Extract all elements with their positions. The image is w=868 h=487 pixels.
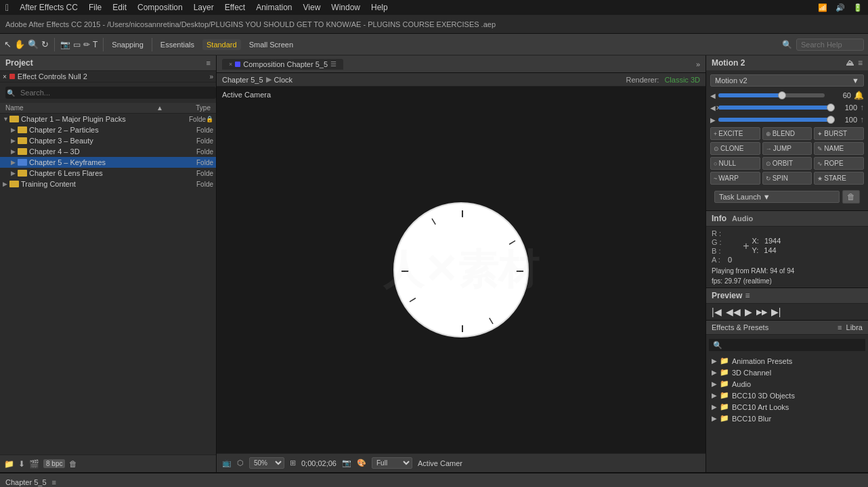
motion-slider-3[interactable]	[718, 118, 831, 122]
preview-play-stop[interactable]: ▶	[745, 306, 752, 317]
motion-slider-2[interactable]	[718, 106, 831, 110]
list-item[interactable]: ▶ Chapter 5 – Keyframes Folde	[0, 157, 216, 168]
alpha-icon[interactable]: ⬡	[237, 459, 244, 467]
menu-window[interactable]: Window	[331, 3, 360, 12]
slider1-thumb[interactable]	[778, 91, 786, 99]
list-item[interactable]: ▶ Chapter 3 – Beauty Folde	[0, 135, 216, 146]
clone-button[interactable]: ⊙CLONE	[710, 142, 760, 155]
effects-3d-channel[interactable]: ▶ 📁 3D Channel	[706, 367, 868, 378]
task-launch-dropdown[interactable]: Task Launch ▼	[714, 191, 840, 203]
list-item[interactable]: ▶ Chapter 4 – 3D Folde	[0, 146, 216, 157]
list-item[interactable]: ▼ Chapter 1 – Major Plugin Packs Folde 🔒	[0, 114, 216, 124]
effect-tab-expand[interactable]: »	[209, 73, 213, 80]
menu-view[interactable]: View	[303, 3, 321, 12]
toolbar: ↖ ✋ 🔍 ↻ 📷 ▭ ✏ T Snapping Essentials Stan…	[0, 34, 868, 55]
slider3-thumb[interactable]	[827, 116, 835, 124]
motion-version-dropdown[interactable]: Motion v2 ▼	[710, 74, 864, 87]
small-screen-btn[interactable]: Small Screen	[249, 41, 293, 49]
video-icon[interactable]: 📺	[222, 459, 232, 467]
motion-slider-1[interactable]	[718, 93, 825, 97]
selection-tool[interactable]: ↖	[4, 39, 12, 49]
stare-button[interactable]: ★STARE	[814, 172, 864, 185]
slider2-left-arrow[interactable]: ◀✕	[710, 104, 716, 112]
menu-edit[interactable]: Edit	[112, 3, 127, 12]
warp-button[interactable]: ~WARP	[710, 172, 760, 185]
burst-button[interactable]: ✦BURST	[814, 127, 864, 140]
menu-help[interactable]: Help	[371, 3, 388, 12]
hand-tool[interactable]: ✋	[14, 39, 25, 49]
preview-first-frame[interactable]: |◀	[712, 306, 722, 317]
menu-effect[interactable]: Effect	[225, 3, 245, 12]
new-folder-icon[interactable]: 📁	[4, 459, 14, 469]
panel-expand[interactable]: »	[696, 60, 700, 68]
null-button[interactable]: ○NULL	[710, 157, 760, 170]
excite-button[interactable]: +EXCITE	[710, 127, 760, 140]
comp-tab-close[interactable]: ×	[229, 61, 232, 68]
orbit-button[interactable]: ⊙ORBIT	[762, 157, 812, 170]
quality-select[interactable]: FullHalfQuarter	[372, 457, 412, 469]
list-item[interactable]: ▶ Chapter 6 Lens Flares Folde	[0, 168, 216, 179]
standard-btn[interactable]: Standard	[202, 39, 241, 50]
slider3-lock[interactable]: ↑	[860, 115, 864, 124]
menu-layer[interactable]: Layer	[194, 3, 214, 12]
sort-icon[interactable]: ▲	[156, 104, 163, 112]
timeline-menu-icon[interactable]: ≡	[52, 478, 56, 486]
project-search-input[interactable]	[5, 87, 216, 99]
slider2-thumb[interactable]	[827, 103, 835, 112]
list-item[interactable]: ▶ Training Content Folde	[0, 179, 216, 189]
menu-composition[interactable]: Composition	[137, 3, 183, 12]
slider1-left-arrow[interactable]: ◀	[710, 92, 716, 99]
rope-button[interactable]: ∿ROPE	[814, 157, 864, 170]
breadcrumb-chapter[interactable]: Chapter 5_5	[222, 76, 263, 84]
effects-library-label[interactable]: Libra	[846, 323, 863, 331]
search-help-input[interactable]	[796, 39, 864, 51]
new-comp-icon[interactable]: 🎬	[29, 459, 39, 469]
effects-animation-presets[interactable]: ▶ 📁 Animation Presets	[706, 355, 868, 367]
renderer-type[interactable]: Classic 3D	[664, 76, 700, 84]
project-menu-icon[interactable]: ≡	[207, 59, 211, 67]
pen-tool[interactable]: ✏	[83, 40, 90, 49]
list-item[interactable]: ▶ Chapter 2 – Particles Folde	[0, 124, 216, 135]
effects-search-input[interactable]	[709, 339, 865, 351]
menu-animation[interactable]: Animation	[256, 3, 292, 12]
effects-bcc10-blur[interactable]: ▶ 📁 BCC10 Blur	[706, 413, 868, 424]
jump-button[interactable]: →JUMP	[762, 142, 812, 155]
spin-button[interactable]: ↻SPIN	[762, 172, 812, 185]
task-launch-trash-button[interactable]: 🗑	[842, 190, 860, 204]
trash-icon[interactable]: 🗑	[69, 459, 77, 469]
blend-button[interactable]: ⊕BLEND	[762, 127, 812, 140]
motion-menu-icon[interactable]: ≡	[858, 58, 863, 68]
effect-controls-tab[interactable]: × Effect Controls Null 2 »	[0, 71, 216, 83]
effect-tab-close[interactable]: ×	[3, 73, 7, 80]
comp-tab-menu[interactable]: ☰	[330, 60, 337, 68]
info-a-label: A :	[712, 256, 722, 264]
color-picker-icon[interactable]: 🎨	[357, 459, 366, 467]
breadcrumb-comp[interactable]: Clock	[274, 76, 293, 84]
rotate-tool[interactable]: ↻	[41, 39, 49, 49]
name-button[interactable]: ✎NAME	[814, 142, 864, 155]
effects-menu-icon[interactable]: ≡	[838, 323, 842, 331]
menu-file[interactable]: File	[89, 3, 102, 12]
camera-tool[interactable]: 📷	[60, 40, 70, 49]
effects-bcc10-art[interactable]: ▶ 📁 BCC10 Art Looks	[706, 401, 868, 413]
text-tool[interactable]: T	[93, 40, 97, 49]
preview-last-frame[interactable]: ▶|	[771, 306, 781, 317]
preview-ram-preview[interactable]: ▶▶	[756, 308, 767, 317]
shape-tool[interactable]: ▭	[73, 40, 81, 49]
zoom-tool[interactable]: 🔍	[28, 39, 39, 49]
slider2-lock[interactable]: ↑	[860, 103, 864, 112]
effects-audio[interactable]: ▶ 📁 Audio	[706, 378, 868, 390]
import-icon[interactable]: ⬇	[18, 459, 25, 469]
preview-menu-icon[interactable]: ≡	[745, 291, 750, 300]
essentials-btn[interactable]: Essentials	[160, 41, 194, 49]
project-bottom-bar: 📁 ⬇ 🎬 8 bpc 🗑	[0, 455, 216, 472]
effects-bcc10-3d[interactable]: ▶ 📁 BCC10 3D Objects	[706, 390, 868, 401]
zoom-select[interactable]: 50%100%25%	[249, 457, 284, 469]
slider3-left-arrow[interactable]: ▶	[710, 116, 716, 124]
menu-aftereffects[interactable]: After Effects CC	[20, 3, 78, 12]
comp-tab[interactable]: × Composition Chapter 5_5 ☰	[222, 59, 343, 70]
preview-prev-frame[interactable]: ◀◀	[726, 306, 741, 317]
info-audio-tab[interactable]: Audio	[732, 214, 753, 223]
fit-icon[interactable]: ⊞	[290, 459, 296, 467]
slider1-lock[interactable]: 🔔	[854, 91, 864, 100]
